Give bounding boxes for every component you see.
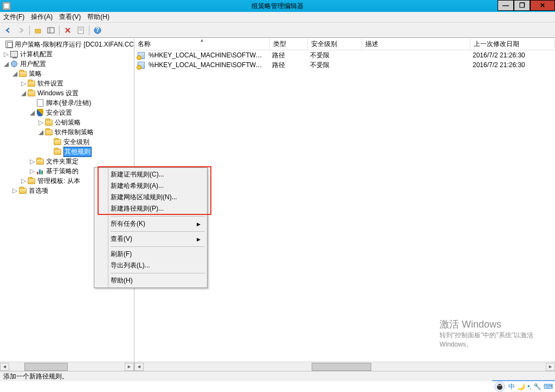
- tree-user-config[interactable]: ◢用户配置: [0, 59, 134, 69]
- submenu-arrow-icon: ▶: [197, 237, 201, 242]
- col-modified[interactable]: 上一次修改日期: [470, 38, 555, 50]
- tree-folder-redirect[interactable]: ▷文件夹重定: [0, 156, 134, 166]
- up-button[interactable]: [32, 24, 44, 36]
- tree-software-settings[interactable]: ▷软件设置: [0, 79, 134, 88]
- menu-new-cert-rule[interactable]: 新建证书规则(C)...: [95, 169, 206, 180]
- menu-help[interactable]: 帮助(H): [87, 12, 109, 22]
- list-row[interactable]: %HKEY_LOCAL_MACHINE\SOFTWAR... 路径 不受限 20…: [134, 60, 555, 70]
- menu-label: 新建证书规则(C)...: [111, 170, 164, 179]
- expand-icon[interactable]: ▷: [37, 119, 44, 126]
- tree-root[interactable]: 用户策略-限制程序运行 [DC01.XIFAN.CC: [0, 40, 134, 49]
- folder-icon: [36, 157, 44, 166]
- list-hscrollbar[interactable]: ◄ ►: [134, 362, 555, 371]
- menu-all-tasks[interactable]: 所有任务(K)▶: [95, 218, 206, 230]
- scroll-track[interactable]: [9, 363, 125, 371]
- tree-policy[interactable]: ◢策略: [0, 69, 134, 79]
- tree-pubkey-policy[interactable]: ▷公钥策略: [0, 117, 134, 127]
- scroll-thumb[interactable]: [312, 363, 371, 371]
- submenu-arrow-icon: ▶: [197, 221, 201, 227]
- tree-computer-config[interactable]: ▷计算机配置: [0, 49, 134, 59]
- collapse-icon[interactable]: ◢: [11, 70, 18, 77]
- status-bar: 添加一个新路径规则。: [0, 371, 555, 381]
- col-type[interactable]: 类型: [270, 38, 308, 50]
- window-controls: — ❐ ✕: [498, 0, 555, 11]
- menu-separator: [111, 246, 205, 247]
- tree-label: 策略: [29, 69, 42, 79]
- col-security[interactable]: 安全级别: [308, 38, 362, 50]
- expand-icon[interactable]: ▷: [20, 177, 27, 185]
- scroll-track[interactable]: [144, 363, 546, 371]
- properties-button[interactable]: [75, 24, 87, 36]
- tree-software-restriction[interactable]: ◢软件限制策略: [0, 127, 134, 137]
- maximize-button[interactable]: ❐: [514, 0, 530, 11]
- tree-security-settings[interactable]: ◢安全设置: [0, 108, 134, 117]
- scroll-right-button[interactable]: ►: [125, 363, 134, 371]
- collapse-icon[interactable]: ◢: [2, 60, 10, 68]
- show-hide-button[interactable]: [45, 24, 57, 36]
- list-row[interactable]: %HKEY_LOCAL_MACHINE\SOFTWAR... 路径 不受限 20…: [134, 50, 555, 60]
- tree-label: Windows 设置: [37, 89, 79, 98]
- status-text: 添加一个新路径规则。: [3, 372, 68, 381]
- menu-file[interactable]: 文件(F): [3, 12, 24, 22]
- collapse-icon[interactable]: ◢: [37, 128, 44, 136]
- expand-icon[interactable]: ▷: [2, 50, 10, 58]
- menu-new-zone-rule[interactable]: 新建网络区域规则(N)...: [95, 192, 206, 203]
- col-desc[interactable]: 描述: [362, 38, 470, 50]
- col-name[interactable]: 名称: [134, 38, 270, 50]
- qq-tray-icon[interactable]: [494, 381, 505, 392]
- collapse-icon[interactable]: ◢: [28, 109, 36, 116]
- menu-new-path-rule[interactable]: 新建路径规则(P)...: [95, 203, 206, 214]
- expand-icon[interactable]: ▷: [28, 167, 36, 175]
- tree-hscrollbar[interactable]: ◄ ►: [0, 362, 134, 371]
- registry-icon: [137, 51, 145, 60]
- expand-icon[interactable]: ▷: [20, 80, 27, 87]
- close-button[interactable]: ✕: [530, 0, 555, 11]
- keyboard-icon: ⌨: [544, 383, 553, 390]
- collapse-icon[interactable]: ◢: [20, 89, 27, 97]
- tree-security-level[interactable]: 安全级别: [0, 137, 134, 147]
- tree-scripts[interactable]: 脚本(登录/注销): [0, 98, 134, 108]
- expand-icon[interactable]: ▷: [28, 158, 36, 165]
- expand-icon[interactable]: ▷: [11, 187, 18, 194]
- tree-other-rules[interactable]: 其他规则: [0, 147, 134, 156]
- help-button[interactable]: ?: [92, 24, 104, 36]
- cell-modified: 2016/7/2 21:26:30: [469, 51, 555, 59]
- menu-view[interactable]: 查看(V)▶: [95, 233, 206, 245]
- menu-help[interactable]: 帮助(H): [95, 275, 206, 286]
- forward-button[interactable]: [15, 24, 27, 36]
- menu-new-hash-rule[interactable]: 新建哈希规则(A)...: [95, 180, 206, 192]
- scroll-left-button[interactable]: ◄: [134, 363, 144, 371]
- folder-icon: [27, 79, 36, 88]
- menu-label: 新建哈希规则(A)...: [111, 181, 164, 191]
- scroll-right-button[interactable]: ►: [546, 363, 555, 371]
- col-label: 安全级别: [311, 40, 337, 49]
- back-button[interactable]: [2, 24, 14, 36]
- delete-button[interactable]: [62, 24, 74, 36]
- menu-bar: 文件(F) 操作(A) 查看(V) 帮助(H): [0, 12, 555, 23]
- tree-label: 安全设置: [46, 108, 72, 117]
- menu-export-list[interactable]: 导出列表(L)...: [95, 260, 206, 271]
- tree-label: 软件限制策略: [55, 128, 94, 137]
- scroll-thumb[interactable]: [24, 363, 68, 371]
- cell-modified: 2016/7/2 21:26:30: [469, 61, 555, 69]
- tree-windows-settings[interactable]: ◢Windows 设置: [0, 88, 134, 98]
- col-label: 上一次修改日期: [474, 40, 519, 49]
- ime-punct-icon: •‚: [527, 383, 531, 390]
- tree-label: 文件夹重定: [46, 157, 79, 166]
- scroll-left-button[interactable]: ◄: [0, 363, 9, 371]
- window-title: 组策略管理编辑器: [251, 2, 304, 11]
- toolbar-separator: [29, 25, 30, 35]
- toolbar-separator: [89, 25, 89, 35]
- svg-rect-1: [4, 3, 9, 9]
- menu-view[interactable]: 查看(V): [59, 12, 81, 22]
- svg-text:?: ?: [95, 27, 99, 34]
- menu-separator: [111, 216, 205, 217]
- cell-name: %HKEY_LOCAL_MACHINE\SOFTWAR...: [145, 51, 269, 59]
- ime-indicator[interactable]: 中 🌙 •‚ 🔧 ⌨: [508, 382, 553, 391]
- menu-label: 导出列表(L)...: [111, 261, 150, 270]
- menu-action[interactable]: 操作(A): [31, 12, 53, 22]
- menu-refresh[interactable]: 刷新(F): [95, 249, 206, 260]
- menu-label: 新建网络区域规则(N)...: [111, 193, 177, 202]
- minimize-button[interactable]: —: [498, 0, 514, 11]
- menu-label: 刷新(F): [111, 250, 132, 259]
